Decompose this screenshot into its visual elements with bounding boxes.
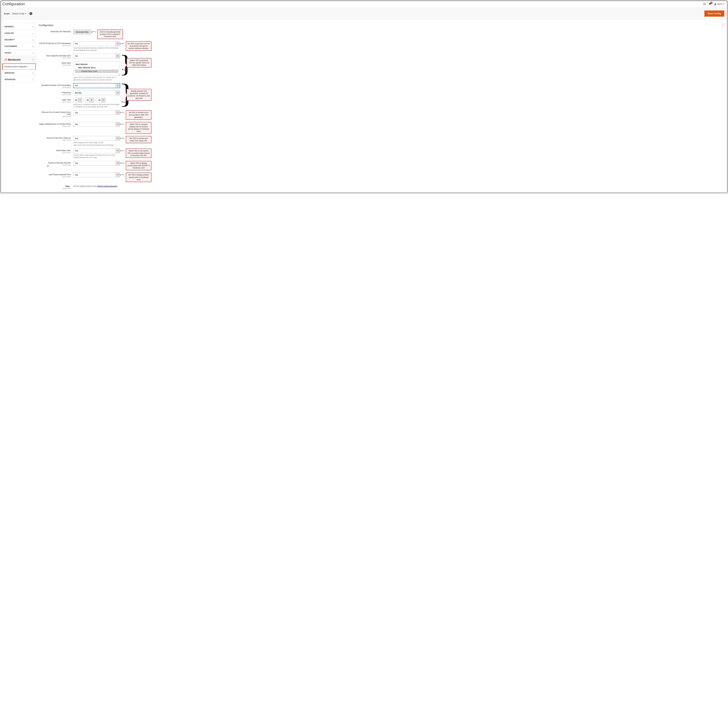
google-taxonomy-link[interactable]: Google product taxonomy — [97, 185, 117, 187]
label-start-time: Start Time — [62, 99, 71, 101]
generate-now-button[interactable]: Generate Now — [73, 29, 91, 34]
select-store-specific[interactable]: Yes — [73, 54, 120, 58]
callout-remove-pub: Set YES to remove pub folder from media … — [126, 136, 151, 143]
chevron-down-icon: ⌵ — [32, 72, 34, 74]
sidebar-item-security[interactable]: SECURITY⌵ — [3, 37, 36, 43]
save-config-button[interactable]: Save Config — [704, 11, 724, 17]
sidebar-item-customers[interactable]: CUSTOMERS⌵ — [3, 43, 36, 49]
svg-line-1 — [705, 5, 705, 5]
notification-badge: 4 — [710, 2, 713, 4]
note-start-time: Start time is considered based on the se… — [73, 103, 120, 108]
chevron-down-icon: ⌵ — [32, 32, 34, 34]
callout-add-all: Set YES to generate CSV for all products… — [126, 41, 151, 51]
select-remove-oos[interactable]: Yes — [73, 110, 120, 115]
label-store-specific: Store Specific Generate CSV — [46, 55, 71, 57]
caret-down-icon — [723, 4, 725, 5]
label-remove-pub: Remove Pub/ from media url — [47, 137, 71, 139]
chevron-down-icon: ⌵ — [32, 52, 34, 54]
select-minute[interactable]: 00 — [85, 98, 94, 102]
chevron-down-icon: ⌵ — [32, 38, 34, 41]
select-frequency[interactable]: Monthly — [73, 90, 120, 95]
sidebar-item-general[interactable]: GENERAL⌵ — [3, 23, 36, 30]
select-special-price[interactable]: Yes — [73, 173, 120, 177]
search-icon[interactable] — [703, 3, 706, 6]
svg-point-0 — [704, 3, 705, 5]
select-product-url[interactable]: Yes — [73, 148, 120, 153]
label-product-url: Add Product URL — [56, 149, 71, 151]
callout-catalog-rules: Select YES to consider catalog rules for… — [126, 122, 151, 134]
store-view-box[interactable]: Main Website Main Website Store Default … — [73, 61, 120, 76]
label-remove-oos: Remove Out of stock Product from CSV — [42, 111, 71, 115]
caret-down-icon — [25, 13, 26, 14]
label-frequency: Frequency — [62, 92, 71, 93]
label-special-price: Add Product Special Price — [49, 173, 71, 176]
callout-schedule-group: Enable periodic CSV generation schedule … — [127, 89, 151, 101]
callout-store-group: Select YES to generate CSV for specific … — [127, 58, 151, 67]
sidebar-item-advanced[interactable]: ADVANCED⌵ — [3, 76, 36, 83]
select-add-all[interactable]: Yes — [73, 41, 120, 46]
select-hour[interactable]: 00 — [73, 98, 82, 102]
collapse-icon[interactable]: ⌃ — [722, 24, 725, 27]
label-tax: Product Price with Tax/VAT — [48, 162, 71, 164]
chevron-down-icon: ⌵ — [32, 45, 34, 47]
label-catalog-rules: Apply Catalog Rules on Product Price — [39, 123, 71, 125]
scope-label: Scope: — [4, 12, 10, 15]
callout-special-price: Set YES to display product special price… — [126, 173, 151, 182]
sidebar-item-catalog[interactable]: CATALOG⌵ — [3, 30, 36, 37]
chevron-down-icon: ⌵ — [32, 25, 34, 28]
label-generate-csv: Generate CSV Manually — [50, 31, 71, 33]
callout-product-url: Select YES to set redirect URL to produc… — [126, 148, 151, 158]
chevron-up-icon: ⌵ — [32, 59, 34, 61]
note-store-view: Select stores to generate store specific… — [73, 76, 120, 81]
note-remove-pub: Some magento sites have image url like h… — [73, 141, 120, 146]
help-icon[interactable]: ? — [29, 12, 32, 15]
select-remove-pub[interactable]: Yes — [73, 136, 120, 141]
section-title: Configuration — [39, 24, 54, 27]
store-view-option[interactable]: Default Store View — [75, 70, 118, 73]
store-group[interactable]: Main Website Store — [75, 66, 118, 69]
label-note: Note : — [65, 185, 71, 187]
bell-icon[interactable]: 4 — [709, 3, 711, 5]
select-catalog-rules[interactable]: Yes — [73, 122, 120, 127]
callout-generate-csv: Click to manually generate products CSV … — [97, 29, 123, 39]
label-schedule: Schedule Periodic CSV Generation — [41, 84, 71, 86]
sidebar-item-meetanshi[interactable]: /\\Meetanshi ⌵ — [3, 56, 36, 64]
note-product-url: Product URL is used instead of checkout … — [73, 154, 120, 159]
sidebar-item-sales[interactable]: SALES⌵ — [3, 49, 36, 56]
meetanshi-logo: /\\Meetanshi — [5, 58, 21, 61]
label-store-view: Store View — [61, 62, 71, 64]
chevron-down-icon: ⌵ — [32, 78, 34, 81]
scope-selector[interactable]: Default Config — [12, 12, 26, 15]
label-add-all: Add All Product(s) to CSV Generation — [39, 42, 71, 44]
sidebar-subitem-facebook-store[interactable]: Facebook Store Integration — [2, 63, 36, 70]
user-menu[interactable]: admin — [714, 3, 725, 5]
user-name: admin — [717, 3, 722, 5]
select-schedule[interactable]: Yes — [73, 83, 120, 88]
select-second[interactable]: 00 — [97, 98, 106, 102]
callout-remove-oos: Set YES to remove out of stock products … — [126, 110, 151, 120]
select-tax[interactable]: Yes — [73, 161, 120, 165]
config-sidebar: GENERAL⌵ CATALOG⌵ SECURITY⌵ CUSTOMERS⌵ S… — [2, 23, 36, 83]
note-text: Set the category based on the — [73, 185, 97, 187]
store-website[interactable]: Main Website — [75, 63, 118, 66]
callout-tax: Select YES to display product price with… — [126, 161, 151, 170]
svg-point-2 — [715, 3, 716, 4]
page-title: Configuration — [2, 2, 703, 6]
note-add-all: If yes than all products has been added … — [73, 47, 120, 51]
scope-value: Default Config — [12, 12, 24, 15]
cursor-icon — [47, 165, 49, 168]
sidebar-item-services[interactable]: SERVICES⌵ — [3, 70, 36, 76]
